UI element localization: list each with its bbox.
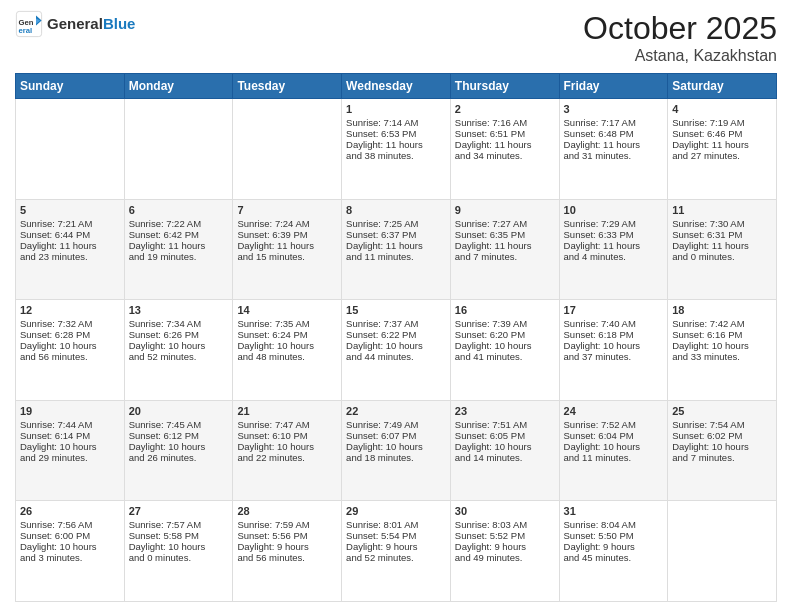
day-number: 23 xyxy=(455,405,555,417)
day-info: Sunrise: 8:03 AM xyxy=(455,519,555,530)
day-info: Sunset: 6:24 PM xyxy=(237,329,337,340)
day-info: Daylight: 11 hours xyxy=(672,139,772,150)
day-info: and 56 minutes. xyxy=(20,351,120,362)
day-info: Sunrise: 7:52 AM xyxy=(564,419,664,430)
calendar-cell: 11Sunrise: 7:30 AMSunset: 6:31 PMDayligh… xyxy=(668,199,777,300)
calendar-cell: 20Sunrise: 7:45 AMSunset: 6:12 PMDayligh… xyxy=(124,400,233,501)
day-number: 18 xyxy=(672,304,772,316)
day-info: Daylight: 10 hours xyxy=(237,441,337,452)
day-number: 30 xyxy=(455,505,555,517)
day-info: Sunset: 6:44 PM xyxy=(20,229,120,240)
day-info: Sunset: 6:14 PM xyxy=(20,430,120,441)
col-wednesday: Wednesday xyxy=(342,74,451,99)
day-info: Sunset: 6:42 PM xyxy=(129,229,229,240)
day-info: and 27 minutes. xyxy=(672,150,772,161)
day-info: Sunset: 6:18 PM xyxy=(564,329,664,340)
calendar-cell: 6Sunrise: 7:22 AMSunset: 6:42 PMDaylight… xyxy=(124,199,233,300)
day-info: Daylight: 9 hours xyxy=(564,541,664,552)
day-info: and 7 minutes. xyxy=(455,251,555,262)
day-info: and 15 minutes. xyxy=(237,251,337,262)
day-info: Daylight: 10 hours xyxy=(672,340,772,351)
day-info: Sunrise: 7:32 AM xyxy=(20,318,120,329)
day-number: 12 xyxy=(20,304,120,316)
day-number: 26 xyxy=(20,505,120,517)
day-info: Sunrise: 7:37 AM xyxy=(346,318,446,329)
month-title: October 2025 xyxy=(583,10,777,47)
day-info: and 31 minutes. xyxy=(564,150,664,161)
day-info: Sunset: 6:16 PM xyxy=(672,329,772,340)
day-info: and 52 minutes. xyxy=(129,351,229,362)
day-info: Sunrise: 7:54 AM xyxy=(672,419,772,430)
col-friday: Friday xyxy=(559,74,668,99)
calendar-week-4: 26Sunrise: 7:56 AMSunset: 6:00 PMDayligh… xyxy=(16,501,777,602)
calendar-cell: 7Sunrise: 7:24 AMSunset: 6:39 PMDaylight… xyxy=(233,199,342,300)
day-number: 15 xyxy=(346,304,446,316)
calendar-cell: 16Sunrise: 7:39 AMSunset: 6:20 PMDayligh… xyxy=(450,300,559,401)
day-info: Sunset: 6:37 PM xyxy=(346,229,446,240)
calendar-cell: 9Sunrise: 7:27 AMSunset: 6:35 PMDaylight… xyxy=(450,199,559,300)
page: Gen eral GeneralBlue October 2025 Astana… xyxy=(0,0,792,612)
day-number: 29 xyxy=(346,505,446,517)
day-info: Daylight: 10 hours xyxy=(672,441,772,452)
calendar-cell: 28Sunrise: 7:59 AMSunset: 5:56 PMDayligh… xyxy=(233,501,342,602)
calendar-cell: 17Sunrise: 7:40 AMSunset: 6:18 PMDayligh… xyxy=(559,300,668,401)
day-info: Daylight: 11 hours xyxy=(455,139,555,150)
day-info: Sunrise: 7:59 AM xyxy=(237,519,337,530)
day-info: Daylight: 11 hours xyxy=(672,240,772,251)
calendar-week-0: 1Sunrise: 7:14 AMSunset: 6:53 PMDaylight… xyxy=(16,99,777,200)
calendar-cell: 12Sunrise: 7:32 AMSunset: 6:28 PMDayligh… xyxy=(16,300,125,401)
day-number: 8 xyxy=(346,204,446,216)
day-info: and 22 minutes. xyxy=(237,452,337,463)
day-info: Sunset: 6:39 PM xyxy=(237,229,337,240)
col-sunday: Sunday xyxy=(16,74,125,99)
day-number: 14 xyxy=(237,304,337,316)
day-info: Sunrise: 7:16 AM xyxy=(455,117,555,128)
col-saturday: Saturday xyxy=(668,74,777,99)
calendar-cell xyxy=(16,99,125,200)
day-info: Sunset: 6:00 PM xyxy=(20,530,120,541)
day-info: Sunrise: 7:19 AM xyxy=(672,117,772,128)
day-number: 1 xyxy=(346,103,446,115)
day-info: and 49 minutes. xyxy=(455,552,555,563)
day-number: 24 xyxy=(564,405,664,417)
calendar-cell: 23Sunrise: 7:51 AMSunset: 6:05 PMDayligh… xyxy=(450,400,559,501)
day-info: Sunset: 6:33 PM xyxy=(564,229,664,240)
day-info: Sunrise: 7:24 AM xyxy=(237,218,337,229)
day-info: Sunrise: 7:49 AM xyxy=(346,419,446,430)
day-info: and 48 minutes. xyxy=(237,351,337,362)
day-info: and 23 minutes. xyxy=(20,251,120,262)
day-info: Daylight: 11 hours xyxy=(564,240,664,251)
day-info: Sunrise: 8:04 AM xyxy=(564,519,664,530)
title-block: October 2025 Astana, Kazakhstan xyxy=(583,10,777,65)
calendar-week-1: 5Sunrise: 7:21 AMSunset: 6:44 PMDaylight… xyxy=(16,199,777,300)
day-info: Daylight: 10 hours xyxy=(129,340,229,351)
day-info: Sunrise: 7:17 AM xyxy=(564,117,664,128)
day-info: Daylight: 11 hours xyxy=(346,240,446,251)
logo-icon: Gen eral xyxy=(15,10,43,38)
day-info: Sunset: 6:04 PM xyxy=(564,430,664,441)
day-info: Sunrise: 7:51 AM xyxy=(455,419,555,430)
day-info: Sunrise: 7:25 AM xyxy=(346,218,446,229)
day-info: Sunset: 6:28 PM xyxy=(20,329,120,340)
day-info: Sunset: 6:07 PM xyxy=(346,430,446,441)
calendar-cell: 8Sunrise: 7:25 AMSunset: 6:37 PMDaylight… xyxy=(342,199,451,300)
calendar-cell: 25Sunrise: 7:54 AMSunset: 6:02 PMDayligh… xyxy=(668,400,777,501)
day-info: Sunset: 6:26 PM xyxy=(129,329,229,340)
day-info: Sunrise: 7:29 AM xyxy=(564,218,664,229)
day-number: 11 xyxy=(672,204,772,216)
day-number: 25 xyxy=(672,405,772,417)
day-info: and 11 minutes. xyxy=(564,452,664,463)
day-info: Daylight: 9 hours xyxy=(237,541,337,552)
day-number: 17 xyxy=(564,304,664,316)
day-info: and 4 minutes. xyxy=(564,251,664,262)
day-info: Sunrise: 7:44 AM xyxy=(20,419,120,430)
calendar-cell: 30Sunrise: 8:03 AMSunset: 5:52 PMDayligh… xyxy=(450,501,559,602)
day-number: 2 xyxy=(455,103,555,115)
col-tuesday: Tuesday xyxy=(233,74,342,99)
day-info: and 52 minutes. xyxy=(346,552,446,563)
calendar-cell: 2Sunrise: 7:16 AMSunset: 6:51 PMDaylight… xyxy=(450,99,559,200)
header-row: Sunday Monday Tuesday Wednesday Thursday… xyxy=(16,74,777,99)
day-info: Sunrise: 7:39 AM xyxy=(455,318,555,329)
subtitle: Astana, Kazakhstan xyxy=(583,47,777,65)
calendar-cell xyxy=(233,99,342,200)
